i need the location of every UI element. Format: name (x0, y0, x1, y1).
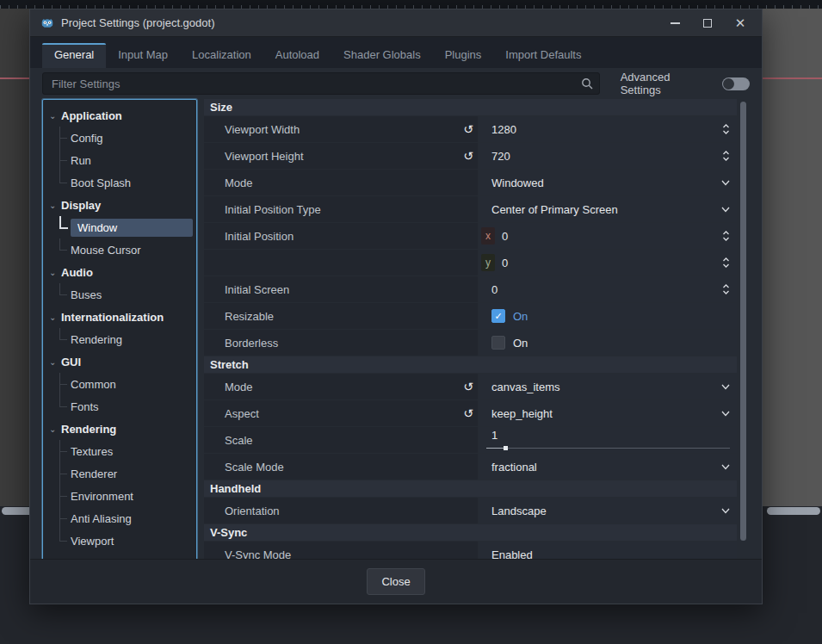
setting-label: Aspect (225, 407, 259, 420)
tree-guide-line (59, 216, 71, 238)
viewport-background-right (763, 9, 822, 506)
dialog-title: Project Settings (project.godot) (61, 16, 214, 29)
tab-localization[interactable]: Localization (180, 43, 263, 68)
dialog-titlebar[interactable]: Project Settings (project.godot) ✕ (30, 9, 762, 37)
collapse-chevron-icon[interactable]: ⌄ (49, 313, 61, 322)
spinner-updown-icon[interactable] (722, 123, 730, 135)
axis-x-label: x (481, 227, 495, 245)
viewport-height-spinbox[interactable]: 720 (479, 143, 737, 169)
scale-mode-dropdown[interactable]: fractional (479, 454, 737, 480)
revert-icon[interactable]: ↺ (463, 406, 473, 420)
tree-guide-line (59, 127, 71, 149)
sidebar-item-internationalization[interactable]: ⌄Internationalization (43, 306, 196, 328)
tree-guide-line (59, 440, 71, 462)
tab-autoload[interactable]: Autoload (263, 43, 331, 68)
dropdown-chevron-icon (721, 207, 730, 213)
tree-guide-line (59, 395, 71, 418)
revert-icon[interactable]: ↺ (463, 149, 473, 163)
sidebar-item-fonts[interactable]: Fonts (43, 395, 196, 418)
sidebar-item-anti-aliasing[interactable]: Anti Aliasing (43, 507, 196, 529)
sidebar-item-textures[interactable]: Textures (43, 440, 196, 462)
setting-row-borderless: Borderless ✓On (204, 330, 737, 356)
sidebar-item-window[interactable]: Window (43, 216, 196, 238)
mode-dropdown[interactable]: Windowed (479, 170, 737, 195)
spinner-updown-icon[interactable] (722, 283, 730, 295)
spinner-updown-icon[interactable] (722, 257, 730, 269)
collapse-chevron-icon[interactable]: ⌄ (49, 268, 61, 277)
stretch-mode-dropdown[interactable]: canvas_items (479, 374, 737, 399)
sidebar-item-common[interactable]: Common (43, 373, 196, 395)
settings-scrollbar[interactable] (740, 102, 746, 541)
tree-guide-line (59, 373, 71, 395)
viewport-width-spinbox[interactable]: 1280 (479, 116, 737, 142)
viewport-ruler (0, 0, 822, 9)
filter-settings-input[interactable] (42, 72, 600, 95)
orientation-dropdown[interactable]: Landscape (479, 498, 737, 523)
setting-row-scale-mode: Scale Mode fractional (204, 454, 737, 480)
setting-row-aspect: Aspect↺ keep_height (204, 400, 737, 426)
sidebar-item-buses[interactable]: Buses (43, 283, 196, 306)
sidebar-item-viewport[interactable]: Viewport (43, 529, 196, 552)
tab-plugins[interactable]: Plugins (433, 43, 494, 68)
axis-y-label: y (481, 254, 495, 271)
maximize-icon (703, 19, 712, 28)
setting-row-resizable: Resizable ✓On (204, 303, 737, 329)
sidebar-item-config[interactable]: Config (43, 127, 196, 149)
sidebar-item-run[interactable]: Run (43, 149, 196, 171)
collapse-chevron-icon[interactable]: ⌄ (49, 111, 61, 121)
tab-import-defaults[interactable]: Import Defaults (493, 43, 593, 68)
slider-track[interactable] (486, 448, 730, 449)
sidebar-item-renderer[interactable]: Renderer (43, 462, 196, 485)
settings-panel: Size Viewport Width↺ 1280 Viewport Heigh… (204, 99, 751, 560)
revert-icon[interactable]: ↺ (463, 122, 473, 136)
advanced-settings-toggle[interactable] (722, 77, 750, 90)
resizable-checkbox-field[interactable]: ✓On (479, 303, 737, 329)
tab-shader-globals[interactable]: Shader Globals (331, 43, 433, 68)
search-icon (581, 77, 593, 90)
sidebar-item-environment[interactable]: Environment (43, 485, 196, 507)
maximize-button[interactable] (696, 14, 719, 33)
dropdown-chevron-icon (721, 411, 730, 417)
editor-hscrollbar[interactable] (2, 507, 33, 515)
aspect-dropdown[interactable]: keep_height (479, 400, 737, 426)
sidebar-item-display[interactable]: ⌄Display (43, 194, 196, 216)
setting-label: Initial Position Type (225, 203, 321, 216)
vsync-mode-dropdown[interactable]: Enabled (479, 542, 737, 560)
initial-position-y-spinbox[interactable]: y0 (479, 250, 737, 276)
sidebar-item-audio[interactable]: ⌄Audio (43, 261, 196, 283)
close-window-button[interactable]: ✕ (729, 14, 751, 33)
revert-icon[interactable]: ↺ (463, 380, 473, 393)
tab-general[interactable]: General (42, 43, 106, 68)
setting-row-viewport-width: Viewport Width↺ 1280 (204, 116, 737, 142)
collapse-chevron-icon[interactable]: ⌄ (49, 201, 61, 210)
setting-row-initial-screen: Initial Screen 0 (204, 276, 737, 302)
setting-label: Borderless (225, 337, 278, 350)
borderless-checkbox-field[interactable]: ✓On (479, 330, 737, 356)
sidebar-item-application[interactable]: ⌄Application (43, 104, 196, 127)
checkbox-unchecked-icon[interactable]: ✓ (491, 336, 505, 350)
initial-screen-spinbox[interactable]: 0 (479, 276, 737, 302)
checkbox-checked-icon[interactable]: ✓ (491, 309, 505, 323)
initial-position-type-dropdown[interactable]: Center of Primary Screen (479, 196, 737, 222)
sidebar-item-rendering-i18n[interactable]: Rendering (43, 328, 196, 350)
editor-hscrollbar[interactable] (767, 507, 820, 515)
sidebar-item-mouse-cursor[interactable]: Mouse Cursor (43, 238, 196, 261)
spinner-updown-icon[interactable] (722, 150, 730, 162)
tab-input-map[interactable]: Input Map (106, 43, 180, 68)
collapse-chevron-icon[interactable]: ⌄ (49, 357, 61, 367)
sidebar-item-gui[interactable]: ⌄GUI (43, 350, 196, 373)
close-button[interactable]: Close (367, 568, 424, 595)
sidebar-item-boot-splash[interactable]: Boot Splash (43, 171, 196, 194)
initial-position-x-spinbox[interactable]: x0 (479, 223, 737, 249)
setting-row-initial-position-type: Initial Position Type Center of Primary … (204, 196, 737, 222)
spinner-updown-icon[interactable] (722, 230, 730, 242)
tree-guide-line (59, 485, 71, 507)
minimize-button[interactable] (664, 14, 686, 33)
setting-row-viewport-height: Viewport Height↺ 720 (204, 143, 737, 169)
sidebar-item-rendering[interactable]: ⌄Rendering (43, 418, 196, 440)
scale-slider-field[interactable]: 1 (479, 427, 737, 453)
settings-tabbar: General Input Map Localization Autoload … (30, 37, 762, 68)
collapse-chevron-icon[interactable]: ⌄ (49, 424, 61, 434)
slider-handle[interactable] (504, 446, 508, 450)
tree-guide-line (59, 529, 71, 552)
